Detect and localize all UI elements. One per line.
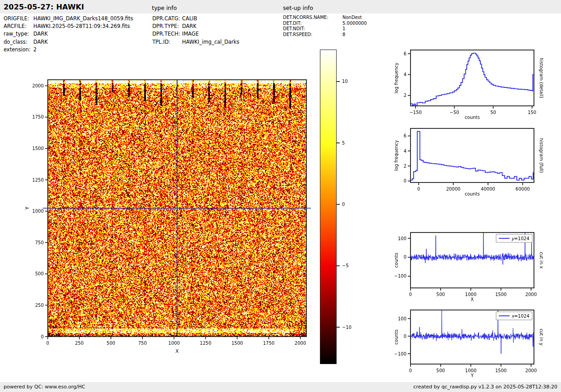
- svg-text:counts: counts: [394, 253, 399, 268]
- file-info-row: ORIGFILE:HAWKI_IMG_DARK_Darks148_0059.fi…: [4, 15, 133, 23]
- field-label: do_class:: [4, 38, 33, 46]
- svg-text:100: 100: [398, 316, 406, 321]
- svg-text:0: 0: [404, 255, 406, 260]
- field-label: DET.NCORRS.NAME:: [283, 15, 342, 21]
- svg-text:20000: 20000: [446, 187, 461, 191]
- svg-text:cut in y: cut in y: [539, 328, 544, 345]
- svg-text:0: 0: [417, 187, 420, 191]
- svg-text:0: 0: [409, 368, 412, 373]
- field-label: ARCFILE:: [4, 23, 33, 30]
- footer-powered-by: powered by QC: www.eso.org/HC: [4, 384, 85, 390]
- svg-text:−100: −100: [394, 273, 406, 278]
- svg-text:1000: 1000: [32, 209, 44, 214]
- svg-text:60000: 60000: [515, 187, 530, 191]
- file-info-table: ORIGFILE:HAWKI_IMG_DARK_Darks148_0059.fi…: [4, 15, 133, 54]
- svg-text:0: 0: [41, 334, 44, 339]
- field-label: raw_type:: [4, 30, 33, 38]
- svg-text:1000: 1000: [465, 368, 476, 373]
- field-label: DPR.TECH:: [152, 30, 182, 38]
- field-value: DARK: [33, 38, 48, 46]
- svg-text:5: 5: [342, 141, 345, 146]
- type-info-row: TPL.ID:HAWKI_img_cal_Darks: [152, 38, 239, 46]
- setup-info-row: DET.NDIT:1: [283, 26, 367, 32]
- footer-created-by: created by qc_rawdisp.py v1.2.3 on 2025-…: [413, 384, 557, 390]
- field-value: 5.0000000: [342, 21, 367, 27]
- field-value: 8: [342, 32, 345, 38]
- field-label: DET.RSPEED:: [283, 32, 342, 38]
- svg-text:750: 750: [138, 341, 147, 346]
- legend-label: y=1024: [511, 236, 529, 242]
- svg-text:4: 4: [404, 149, 406, 154]
- footer-bar: powered by QC: www.eso.org/HC created by…: [0, 382, 561, 392]
- svg-text:X: X: [175, 348, 179, 354]
- type-info-row: DPR.CATG:CALIB: [152, 15, 239, 23]
- type-info-row: DPR.TYPE:DARK: [152, 23, 239, 30]
- svg-text:250: 250: [35, 303, 44, 308]
- field-label: DPR.TYPE:: [152, 23, 182, 30]
- type-info-heading: type info: [152, 5, 177, 11]
- svg-text:40000: 40000: [481, 187, 495, 191]
- setup-info-table: DET.NCORRS.NAME:NonDest DET.DIT:5.000000…: [283, 15, 367, 37]
- svg-text:150: 150: [528, 110, 536, 115]
- svg-text:1750: 1750: [32, 114, 44, 119]
- svg-text:500: 500: [436, 292, 445, 297]
- field-value: CALIB: [182, 15, 197, 23]
- field-label: DPR.CATG:: [152, 15, 182, 23]
- svg-text:0: 0: [46, 341, 49, 346]
- field-label: DET.DIT:: [283, 21, 342, 27]
- file-info-row: do_class:DARK: [4, 38, 133, 46]
- svg-text:log frequency: log frequency: [394, 140, 399, 171]
- field-value: 1: [342, 26, 345, 32]
- svg-text:1500: 1500: [232, 341, 243, 346]
- field-value: HAWKI_IMG_DARK_Darks148_0059.fits: [33, 15, 133, 23]
- svg-text:1500: 1500: [495, 292, 506, 297]
- setup-info-row: DET.DIT:5.0000000: [283, 21, 367, 27]
- svg-text:−50: −50: [450, 110, 459, 115]
- svg-text:−5: −5: [342, 263, 349, 268]
- svg-text:−150: −150: [409, 110, 421, 115]
- svg-text:Y: Y: [24, 206, 30, 210]
- setup-info-heading: set-up info: [283, 5, 313, 11]
- svg-text:50: 50: [490, 110, 496, 115]
- field-label: TPL.ID:: [152, 38, 182, 46]
- svg-text:0: 0: [409, 292, 412, 297]
- svg-text:1000: 1000: [169, 341, 180, 346]
- svg-text:250: 250: [75, 341, 84, 346]
- setup-info-row: DET.RSPEED:8: [283, 32, 367, 38]
- svg-text:counts: counts: [465, 115, 479, 120]
- svg-text:histogram (detail): histogram (detail): [539, 58, 544, 98]
- svg-text:500: 500: [436, 368, 445, 373]
- legend-box: [496, 234, 532, 242]
- svg-text:2: 2: [404, 164, 406, 169]
- field-label: DET.NDIT:: [283, 26, 342, 32]
- field-value: DARK: [33, 30, 48, 38]
- field-value: NonDest: [342, 15, 362, 21]
- svg-text:10: 10: [342, 79, 348, 84]
- svg-text:log frequency: log frequency: [394, 63, 399, 94]
- file-info-row: raw_type:DARK: [4, 30, 133, 38]
- legend-box: [496, 312, 532, 320]
- svg-text:1250: 1250: [200, 341, 211, 346]
- field-value: 2: [33, 46, 36, 54]
- svg-text:cut in x: cut in x: [539, 252, 544, 269]
- svg-text:2000: 2000: [295, 341, 306, 346]
- svg-text:counts: counts: [465, 191, 479, 196]
- svg-text:−10: −10: [342, 325, 351, 330]
- page-title: 2025-05-27: HAWKI: [4, 3, 84, 11]
- svg-text:histogram (full): histogram (full): [539, 138, 544, 173]
- svg-text:0: 0: [404, 178, 406, 183]
- svg-text:−100: −100: [394, 351, 406, 356]
- field-value: IMAGE: [182, 30, 199, 38]
- file-info-row: extension:2: [4, 46, 133, 54]
- field-value: HAWKI_img_cal_Darks: [182, 38, 239, 46]
- svg-text:4: 4: [404, 72, 406, 77]
- qc-report-page: 2025-05-27: HAWKI type info set-up info …: [0, 0, 561, 392]
- raw-image-heatmap: [48, 80, 306, 337]
- svg-text:1250: 1250: [32, 178, 44, 182]
- legend-label: x=1024: [511, 314, 529, 319]
- svg-text:750: 750: [35, 240, 44, 245]
- svg-text:6: 6: [404, 133, 406, 138]
- svg-text:500: 500: [107, 341, 115, 346]
- svg-text:100: 100: [398, 236, 406, 241]
- field-label: ORIGFILE:: [4, 15, 33, 23]
